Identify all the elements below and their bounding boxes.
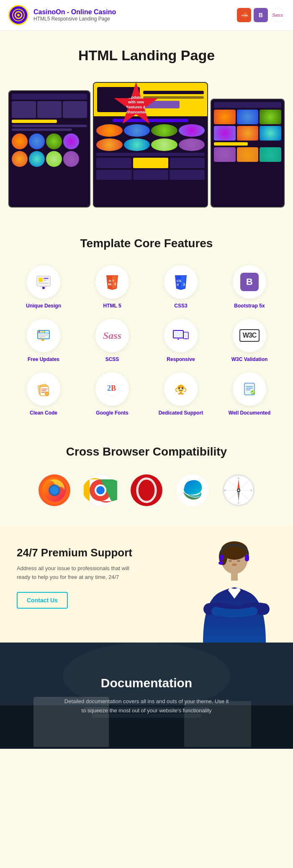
scss-icon: Sass: [95, 319, 129, 352]
svg-point-50: [182, 387, 183, 389]
firefox-browser: [38, 474, 71, 509]
hero-section: HTML Landing Page Updatedwith newFeature…: [0, 31, 293, 216]
svg-point-91: [237, 560, 240, 562]
svg-rect-36: [185, 338, 186, 339]
well-documented-icon: [233, 372, 266, 406]
feature-dedicated-support: Dedicated Support: [150, 372, 212, 416]
clean-code-label: Clean Code: [30, 410, 57, 416]
svg-rect-29: [39, 335, 48, 335]
unique-design-label: Unique Design: [26, 303, 61, 309]
svg-rect-8: [44, 278, 49, 279]
header-subtitle: HTML5 Responsive Landing Page: [33, 16, 116, 22]
header-text: CasinoOn - Online Casino HTML5 Responsiv…: [33, 8, 116, 22]
preview-container: Updatedwith newFeatures &Enhancement: [8, 74, 285, 207]
html5-badge: HTML: [237, 8, 251, 22]
svg-rect-37: [177, 339, 179, 340]
mockup-left: [8, 90, 90, 207]
clean-code-icon: ✓: [27, 372, 60, 406]
feature-well-documented: Well Documented: [218, 372, 280, 416]
feature-bootstrap: B Bootstrap 5x: [218, 265, 280, 309]
html5-label: HTML 5: [103, 303, 121, 309]
svg-point-49: [178, 387, 180, 389]
responsive-icon: [164, 319, 198, 352]
opera-browser: [130, 474, 163, 509]
dedicated-support-icon: [164, 372, 198, 406]
svg-text:ML: ML: [108, 283, 113, 286]
css3-icon: CS S 3: [164, 265, 198, 299]
svg-point-27: [41, 331, 43, 333]
bootstrap-badge: B: [254, 8, 268, 22]
contact-us-button[interactable]: Contact Us: [17, 592, 68, 609]
svg-text:S: S: [177, 283, 179, 287]
hero-title: HTML Landing Page: [8, 47, 285, 64]
unique-design-icon: [27, 265, 60, 299]
svg-rect-51: [180, 392, 182, 393]
w3c-label: W3C Validation: [231, 356, 268, 362]
svg-point-96: [218, 561, 224, 565]
svg-rect-95: [245, 555, 249, 561]
svg-point-70: [141, 482, 152, 499]
html5-icon: H T ML 5: [95, 265, 129, 299]
svg-point-28: [44, 331, 45, 333]
header-title: CasinoOn - Online Casino: [33, 8, 116, 16]
svg-rect-33: [174, 331, 182, 337]
docs-content: Documentation Detailed documentation cov…: [8, 676, 285, 715]
svg-point-82: [238, 489, 239, 491]
svg-text:2B: 2B: [107, 384, 116, 392]
responsive-label: Responsive: [167, 356, 195, 362]
mockup-right: [211, 99, 285, 207]
feature-html5: H T ML 5 HTML 5: [81, 265, 143, 309]
dedicated-support-label: Dedicated Support: [159, 410, 203, 416]
svg-point-67: [96, 486, 105, 494]
svg-text:✓: ✓: [46, 392, 49, 395]
svg-rect-7: [39, 278, 43, 282]
svg-rect-52: [178, 393, 184, 394]
support-title: 24/7 Premium Support: [17, 546, 159, 559]
header-left: CasinoOn - Online Casino HTML5 Responsiv…: [8, 5, 116, 25]
feature-unique-design: Unique Design: [13, 265, 75, 309]
svg-text:H: H: [109, 279, 111, 283]
browsers-title: Cross Browser Compatibility: [8, 445, 285, 458]
browsers-section: Cross Browser Compatibility: [0, 428, 293, 525]
google-fonts-icon: 2B: [95, 372, 129, 406]
svg-point-62: [50, 486, 59, 494]
feature-responsive: Responsive: [150, 319, 212, 362]
svg-text:3: 3: [183, 282, 185, 287]
css3-label: CSS3: [174, 303, 187, 309]
svg-point-92: [232, 563, 237, 566]
features-grid: Unique Design H T ML 5 HTML 5: [13, 265, 280, 416]
sass-badge: Sass: [270, 8, 285, 22]
svg-text:HTML: HTML: [242, 14, 249, 17]
scss-label: SCSS: [105, 356, 119, 362]
svg-rect-12: [40, 286, 47, 287]
browsers-grid: N S E W: [8, 474, 285, 509]
svg-text:N: N: [238, 477, 239, 479]
svg-point-2: [17, 14, 20, 16]
svg-text:W: W: [224, 489, 226, 492]
safari-browser: N S E W: [222, 474, 255, 509]
logo: [8, 5, 28, 25]
svg-point-90: [229, 560, 232, 562]
bootstrap-b-icon: B: [240, 273, 259, 291]
svg-rect-35: [184, 333, 188, 338]
feature-w3c: W3C W3C Validation: [218, 319, 280, 362]
features-title: Template Core Features: [8, 237, 285, 250]
docs-title: Documentation: [8, 676, 285, 690]
preview-mockup: [8, 74, 285, 207]
docs-description: Detailed documentation covers all ins an…: [63, 697, 230, 715]
w3c-icon: W3C: [233, 319, 266, 352]
svg-text:5: 5: [114, 282, 116, 286]
svg-rect-93: [231, 572, 238, 581]
bootstrap-icon: B: [233, 265, 266, 299]
google-fonts-label: Google Fonts: [96, 410, 128, 416]
feature-css3: CS S 3 CSS3: [150, 265, 212, 309]
bootstrap-label: Bootstrap 5x: [234, 303, 265, 309]
support-image: [176, 525, 293, 643]
feature-scss: Sass SCSS: [81, 319, 143, 362]
header: CasinoOn - Online Casino HTML5 Responsiv…: [0, 0, 293, 31]
svg-point-26: [39, 331, 40, 333]
svg-rect-10: [39, 283, 49, 284]
feature-free-updates: Free Updates: [13, 319, 75, 362]
features-section: Template Core Features Unique Design: [0, 216, 293, 428]
svg-text:CS: CS: [177, 279, 182, 283]
